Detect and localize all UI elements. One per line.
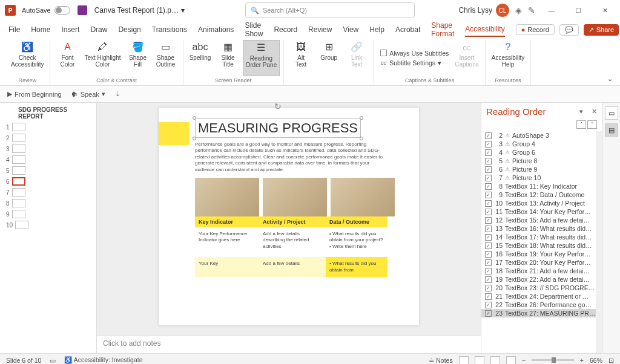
move-down-button[interactable]: ˅: [587, 120, 597, 129]
checkbox-icon[interactable]: ✓: [485, 293, 492, 300]
reading-order-item[interactable]: ✓22TextBox 26: Performance go…: [481, 301, 602, 309]
reading-order-item[interactable]: ✓13TextBox 16: What results did…: [481, 224, 602, 233]
notes-toggle[interactable]: ≐ Notes: [429, 357, 452, 364]
spelling-button[interactable]: abcSpelling: [187, 40, 214, 76]
language-icon[interactable]: ▭: [50, 357, 56, 364]
slide-body-text[interactable]: Performance goals are a good way to moni…: [195, 141, 383, 173]
alt-text-button[interactable]: 🖼Alt Text: [288, 40, 314, 76]
table-cell[interactable]: Add a few details: [259, 257, 326, 277]
table-cell[interactable]: • What results did you obtain from your …: [326, 227, 388, 253]
thumbnail-9[interactable]: 9: [2, 209, 94, 219]
reading-order-item[interactable]: ✓18TextBox 21: Add a few detai…: [481, 267, 602, 275]
checkbox-icon[interactable]: ✓: [485, 285, 492, 291]
table-header[interactable]: Key Indicator: [195, 216, 259, 227]
close-button[interactable]: ✕: [595, 2, 615, 19]
check-accessibility-button[interactable]: ♿Check Accessibility: [8, 40, 46, 76]
selection-handle[interactable]: [193, 116, 196, 120]
reading-order-item[interactable]: ✓17TextBox 20: Your Key Perfor…: [481, 258, 602, 267]
table-cell[interactable]: Your Key: [195, 257, 259, 277]
slide-image[interactable]: [263, 178, 327, 216]
thumbnail-6[interactable]: 6: [2, 176, 94, 187]
pane-dropdown-icon[interactable]: ▾: [579, 108, 583, 115]
speak-button[interactable]: 🗣Speak▾: [71, 90, 105, 98]
tab-design[interactable]: Design: [118, 23, 140, 36]
autosave-toggle[interactable]: [54, 6, 70, 15]
checkbox-icon[interactable]: ✓: [485, 310, 492, 317]
subtitle-settings-button[interactable]: ㏄Subtitle Settings▾: [380, 59, 449, 67]
reading-order-item[interactable]: ✓10TextBox 13: Activity / Project: [481, 199, 602, 207]
reading-order-item[interactable]: ✓12TextBox 15: Add a few detai…: [481, 216, 602, 224]
reading-order-item[interactable]: ✓19TextBox 22: Add a few detai…: [481, 275, 602, 284]
maximize-button[interactable]: ☐: [568, 2, 589, 19]
move-up-button[interactable]: ˄: [576, 120, 586, 129]
checkbox-icon[interactable]: ✓: [485, 276, 492, 283]
thumbnail-10[interactable]: 10: [2, 219, 94, 230]
thumbnail-7[interactable]: 7: [2, 187, 94, 198]
zoom-slider[interactable]: [532, 359, 574, 361]
thumbnail-3[interactable]: 3: [2, 143, 94, 154]
checkbox-icon[interactable]: ✓: [485, 217, 492, 224]
tab-insert[interactable]: Insert: [61, 23, 79, 36]
reading-view-button[interactable]: [490, 356, 500, 365]
checkbox-icon[interactable]: ✓: [485, 166, 492, 173]
tab-view[interactable]: View: [343, 23, 358, 36]
fit-to-window-button[interactable]: ⊡: [608, 357, 614, 364]
tab-accessibility[interactable]: Accessibility: [465, 22, 504, 37]
tab-draw[interactable]: Draw: [90, 23, 107, 36]
always-subtitles-checkbox[interactable]: Always Use Subtitles: [380, 50, 449, 57]
reading-order-item[interactable]: ✓15TextBox 18: What results did…: [481, 241, 602, 250]
reading-order-item[interactable]: ✓9TextBox 12: Data / Outcome: [481, 190, 602, 199]
reading-order-item[interactable]: ✓8TextBox 11: Key Indicator: [481, 182, 602, 190]
checkbox-icon[interactable]: ✓: [485, 192, 492, 198]
rotate-handle-icon[interactable]: ↻: [274, 103, 282, 111]
tab-slideshow[interactable]: Slide Show: [245, 19, 263, 41]
slideshow-view-button[interactable]: [506, 356, 516, 365]
slide-canvas[interactable]: ↻ MEASURING PROGRESS Performance goals a…: [159, 108, 419, 325]
tab-transitions[interactable]: Transitions: [152, 23, 187, 36]
thumbnail-1[interactable]: 1: [2, 122, 94, 132]
minimize-button[interactable]: —: [541, 2, 562, 19]
tab-shape-format[interactable]: Shape Format: [431, 19, 454, 41]
selection-handle[interactable]: [193, 137, 196, 140]
accessibility-status[interactable]: ♿ Accessibility: Investigate: [64, 356, 142, 364]
tab-acrobat[interactable]: Acrobat: [395, 23, 420, 36]
tab-home[interactable]: Home: [31, 23, 50, 36]
table-header[interactable]: Data / Outcome: [326, 216, 388, 227]
checkbox-icon[interactable]: ✓: [485, 175, 492, 181]
slide-title-button[interactable]: ▦Slide Title: [215, 40, 242, 76]
reading-order-item[interactable]: ✓3⚠Group 4: [481, 140, 602, 148]
record-button[interactable]: ●Record: [516, 24, 555, 35]
right-tool-button[interactable]: ▤: [605, 123, 618, 137]
reading-order-list[interactable]: ✓2⚠AutoShape 3✓3⚠Group 4✓4⚠Group 6✓5⚠Pic…: [481, 131, 602, 353]
tab-record[interactable]: Record: [274, 23, 297, 36]
slide-title-textbox[interactable]: MEASURING PROGRESS: [195, 119, 361, 138]
zoom-in-button[interactable]: +: [580, 357, 584, 364]
sorter-view-button[interactable]: [475, 356, 484, 365]
checkbox-icon[interactable]: ✓: [485, 259, 492, 266]
checkbox-icon[interactable]: ✓: [485, 234, 492, 241]
tab-help[interactable]: Help: [369, 23, 384, 36]
font-color-button[interactable]: AFont Color: [54, 40, 81, 76]
slide-image[interactable]: [195, 178, 259, 216]
notes-pane[interactable]: Click to add notes: [97, 335, 481, 353]
checkbox-icon[interactable]: ✓: [485, 183, 492, 190]
ribbon-collapse-icon[interactable]: ⌄: [607, 75, 613, 83]
from-beginning-button[interactable]: ▶From Beginning: [7, 90, 62, 98]
reading-order-item[interactable]: ✓14TextBox 17: What results did…: [481, 233, 602, 241]
pen-icon[interactable]: ✎: [528, 5, 535, 15]
checkbox-icon[interactable]: ✓: [485, 226, 492, 232]
checkbox-icon[interactable]: ✓: [485, 132, 492, 139]
overflow-icon[interactable]: ⇣: [115, 90, 120, 98]
checkbox-icon[interactable]: ✓: [485, 149, 492, 156]
reading-order-item[interactable]: ✓23TextBox 27: MEASURING PR…: [481, 309, 602, 317]
checkbox-icon[interactable]: ✓: [485, 209, 492, 215]
selection-handle[interactable]: [360, 137, 363, 140]
thumbnail-4[interactable]: 4: [2, 154, 94, 165]
pane-close-button[interactable]: ✕: [592, 108, 597, 115]
document-title[interactable]: Canva Test Report (1).p… ▾: [94, 6, 185, 15]
reading-order-item[interactable]: ✓5⚠Picture 8: [481, 157, 602, 165]
thumbnail-2[interactable]: 2: [2, 132, 94, 143]
zoom-out-button[interactable]: −: [522, 357, 526, 364]
share-button[interactable]: ↗Share: [584, 24, 619, 36]
reading-order-item[interactable]: ✓16TextBox 19: Your Key Perfor…: [481, 250, 602, 258]
